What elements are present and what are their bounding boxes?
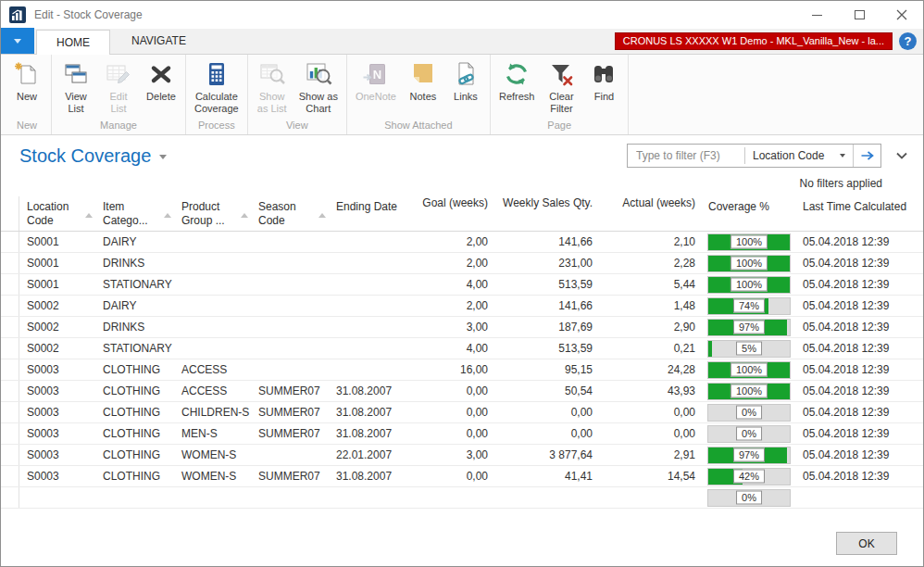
cell-product[interactable] <box>174 487 251 508</box>
table-row[interactable]: S0003CLOTHINGWOMEN-S22.01.20073,003 877,… <box>1 445 923 466</box>
filter-input[interactable] <box>628 149 744 162</box>
cell-location[interactable]: S0001 <box>19 274 95 295</box>
cell-goal[interactable] <box>408 487 493 508</box>
column-header-coverage[interactable]: Coverage % <box>701 196 795 231</box>
expand-filter-pane-button[interactable] <box>895 151 912 160</box>
cell-goal[interactable]: 2,00 <box>408 253 493 273</box>
cell-season[interactable] <box>251 296 329 316</box>
row-selector[interactable] <box>1 232 19 252</box>
cell-coverage[interactable]: 5% <box>701 338 795 359</box>
cell-last[interactable]: 05.04.2018 12:39 <box>795 253 923 273</box>
cell-weekly[interactable]: 513,59 <box>493 338 598 359</box>
cell-coverage[interactable]: 0% <box>701 487 795 508</box>
cell-product[interactable]: ACCESS <box>174 381 251 401</box>
ok-button[interactable]: OK <box>836 532 897 555</box>
cell-coverage[interactable]: 0% <box>701 423 795 444</box>
cell-ending[interactable]: 22.01.2007 <box>329 445 408 465</box>
cell-season[interactable] <box>251 338 329 359</box>
cell-ending[interactable] <box>329 253 408 273</box>
cell-actual[interactable]: 0,21 <box>598 338 701 359</box>
cell-ending[interactable] <box>329 359 408 380</box>
cell-item[interactable]: DAIRY <box>95 232 174 252</box>
cell-season[interactable] <box>251 317 329 337</box>
row-selector[interactable] <box>1 445 19 465</box>
cell-coverage[interactable]: 97% <box>701 445 795 465</box>
row-selector[interactable] <box>1 317 19 337</box>
cell-last[interactable]: 05.04.2018 12:39 <box>795 296 923 316</box>
cell-coverage[interactable]: 42% <box>701 466 795 486</box>
cell-last[interactable]: 05.04.2018 12:39 <box>795 445 923 465</box>
view-list-button[interactable]: View List <box>55 57 97 115</box>
cell-weekly[interactable]: 513,59 <box>493 274 598 295</box>
cell-goal[interactable]: 3,00 <box>408 317 493 337</box>
cell-actual[interactable]: 0,00 <box>598 423 701 444</box>
cell-weekly[interactable] <box>493 487 598 508</box>
cell-weekly[interactable]: 0,00 <box>493 402 598 422</box>
cell-ending[interactable] <box>329 296 408 316</box>
cell-last[interactable]: 05.04.2018 12:39 <box>795 232 923 252</box>
cell-goal[interactable]: 0,00 <box>408 466 493 486</box>
row-selector[interactable] <box>1 274 19 295</box>
table-row[interactable]: S0002DRINKS3,00187,692,9097%05.04.2018 1… <box>1 317 923 338</box>
cell-weekly[interactable]: 187,69 <box>493 317 598 337</box>
application-menu-button[interactable] <box>1 28 34 54</box>
cell-goal[interactable]: 2,00 <box>408 296 493 316</box>
cell-product[interactable]: CHILDREN-S <box>174 402 251 422</box>
cell-last[interactable]: 05.04.2018 12:39 <box>795 402 923 422</box>
filter-field-selector[interactable]: Location Code <box>745 149 853 162</box>
cell-item[interactable]: STATIONARY <box>95 274 174 295</box>
minimize-button[interactable] <box>795 1 838 29</box>
apply-filter-button[interactable] <box>853 145 880 167</box>
cell-actual[interactable]: 2,90 <box>598 317 701 337</box>
cell-season[interactable]: SUMMER07 <box>251 466 329 486</box>
cell-product[interactable]: MEN-S <box>174 423 251 444</box>
cell-ending[interactable]: 31.08.2007 <box>329 466 408 486</box>
cell-weekly[interactable]: 231,00 <box>493 253 598 273</box>
cell-product[interactable]: WOMEN-S <box>174 466 251 486</box>
row-selector[interactable] <box>1 423 19 444</box>
cell-goal[interactable]: 0,00 <box>408 423 493 444</box>
cell-product[interactable]: ACCESS <box>174 359 251 380</box>
cell-item[interactable]: STATIONARY <box>95 338 174 359</box>
cell-location[interactable]: S0003 <box>19 423 95 444</box>
cell-location[interactable]: S0002 <box>19 317 95 337</box>
cell-last[interactable]: 05.04.2018 12:39 <box>795 423 923 444</box>
find-button[interactable]: Find <box>582 57 625 103</box>
cell-product[interactable] <box>174 232 251 252</box>
cell-actual[interactable]: 2,91 <box>598 445 701 465</box>
cell-goal[interactable]: 3,00 <box>408 445 493 465</box>
show-as-chart-button[interactable]: Show as Chart <box>293 57 343 115</box>
table-row[interactable]: S0003CLOTHINGCHILDREN-SSUMMER0731.08.200… <box>1 402 923 423</box>
cell-actual[interactable]: 14,54 <box>598 466 701 486</box>
column-header-product[interactable]: Product Group ... <box>174 196 251 231</box>
cell-ending[interactable] <box>329 487 408 508</box>
cell-coverage[interactable]: 0% <box>701 402 795 422</box>
cell-location[interactable]: S0002 <box>19 338 95 359</box>
cell-actual[interactable]: 5,44 <box>598 274 701 295</box>
cell-last[interactable]: 05.04.2018 12:39 <box>795 338 923 359</box>
maximize-button[interactable] <box>838 1 880 29</box>
cell-last[interactable]: 05.04.2018 12:39 <box>795 381 923 401</box>
cell-actual[interactable]: 0,00 <box>598 402 701 422</box>
cell-ending[interactable]: 31.08.2007 <box>329 423 408 444</box>
new-document-button[interactable]: New <box>6 57 48 103</box>
cell-season[interactable]: SUMMER07 <box>251 381 329 401</box>
cell-season[interactable] <box>251 487 329 508</box>
table-row[interactable]: S0001DAIRY2,00141,662,10100%05.04.2018 1… <box>1 232 923 253</box>
delete-button[interactable]: Delete <box>140 57 182 103</box>
cell-item[interactable]: CLOTHING <box>95 423 174 444</box>
cell-location[interactable]: S0002 <box>19 296 95 316</box>
cell-season[interactable]: SUMMER07 <box>251 402 329 422</box>
cell-item[interactable]: CLOTHING <box>95 445 174 465</box>
cell-ending[interactable] <box>329 338 408 359</box>
cell-item[interactable]: CLOTHING <box>95 381 174 401</box>
cell-coverage[interactable]: 74% <box>701 296 795 316</box>
table-row[interactable]: S0003CLOTHINGACCESSSUMMER0731.08.20070,0… <box>1 381 923 402</box>
cell-actual[interactable] <box>598 487 701 508</box>
cell-location[interactable]: S0003 <box>19 445 95 465</box>
cell-item[interactable]: CLOTHING <box>95 359 174 380</box>
cell-item[interactable]: DRINKS <box>95 317 174 337</box>
close-button[interactable] <box>880 1 923 29</box>
cell-last[interactable]: 05.04.2018 12:39 <box>795 317 923 337</box>
column-header-goal[interactable]: Goal (weeks) <box>408 196 493 231</box>
